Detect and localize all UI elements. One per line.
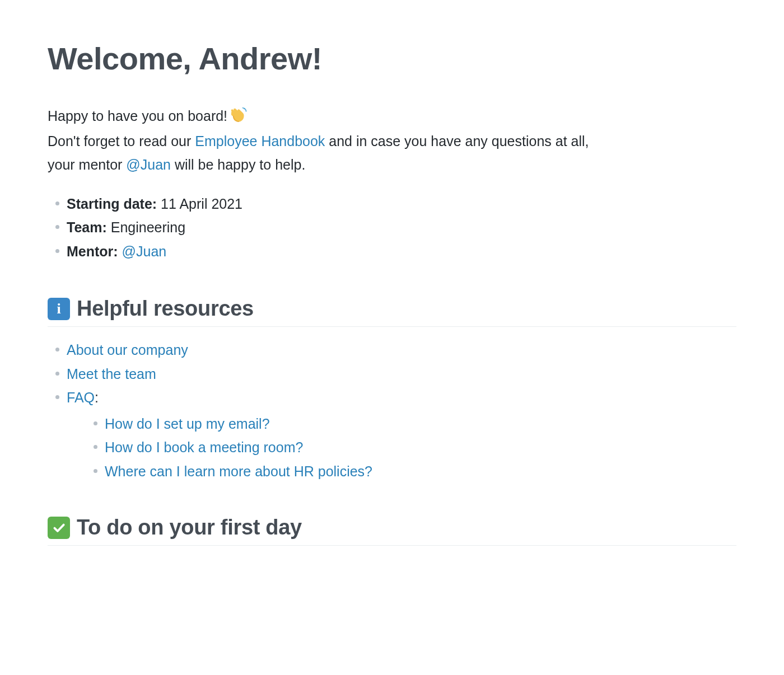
faq-link[interactable]: FAQ <box>67 390 95 405</box>
resource-meet: Meet the team <box>48 362 736 386</box>
starting-date-value: 11 April 2021 <box>157 196 242 212</box>
info-icon: i <box>48 298 70 320</box>
check-icon <box>48 517 70 539</box>
intro-line2-post: will be happy to help. <box>171 157 305 172</box>
info-starting-date: Starting date: 11 April 2021 <box>48 192 736 216</box>
faq-item-3: Where can I learn more about HR policies… <box>86 460 736 484</box>
todo-heading: To do on your first day <box>48 515 736 546</box>
mentor-mention-inline[interactable]: @Juan <box>126 157 171 172</box>
faq-colon: : <box>95 390 99 405</box>
employee-handbook-link[interactable]: Employee Handbook <box>195 133 325 149</box>
meet-team-link[interactable]: Meet the team <box>67 366 156 382</box>
intro-line2-pre: Don't forget to read our <box>48 133 195 149</box>
document-page: Welcome, Andrew! Happy to have you on bo… <box>0 0 784 675</box>
resources-heading: i Helpful resources <box>48 297 736 327</box>
info-mentor: Mentor: @Juan <box>48 240 736 264</box>
intro-paragraph: Happy to have you on board! Don't forget… <box>48 105 608 176</box>
faq-meeting-link[interactable]: How do I book a meeting room? <box>105 439 303 455</box>
team-value: Engineering <box>107 219 185 235</box>
wave-icon <box>231 107 247 130</box>
faq-email-link[interactable]: How do I set up my email? <box>105 416 270 432</box>
mentor-label: Mentor: <box>67 243 118 259</box>
resource-about: About our company <box>48 338 736 362</box>
faq-item-2: How do I book a meeting room? <box>86 435 736 460</box>
resource-faq: FAQ: How do I set up my email? How do I … <box>48 386 736 483</box>
faq-sublist: How do I set up my email? How do I book … <box>86 412 736 484</box>
resources-list: About our company Meet the team FAQ: How… <box>48 338 736 483</box>
about-company-link[interactable]: About our company <box>67 342 188 358</box>
starting-date-label: Starting date: <box>67 196 157 212</box>
mentor-mention[interactable]: @Juan <box>122 243 167 259</box>
todo-heading-text: To do on your first day <box>77 515 302 540</box>
page-title: Welcome, Andrew! <box>48 40 736 77</box>
intro-line1: Happy to have you on board! <box>48 108 231 124</box>
info-team: Team: Engineering <box>48 215 736 240</box>
team-label: Team: <box>67 219 107 235</box>
faq-hr-link[interactable]: Where can I learn more about HR policies… <box>105 463 372 479</box>
info-list: Starting date: 11 April 2021 Team: Engin… <box>48 192 736 264</box>
faq-item-1: How do I set up my email? <box>86 412 736 436</box>
resources-heading-text: Helpful resources <box>77 297 254 321</box>
